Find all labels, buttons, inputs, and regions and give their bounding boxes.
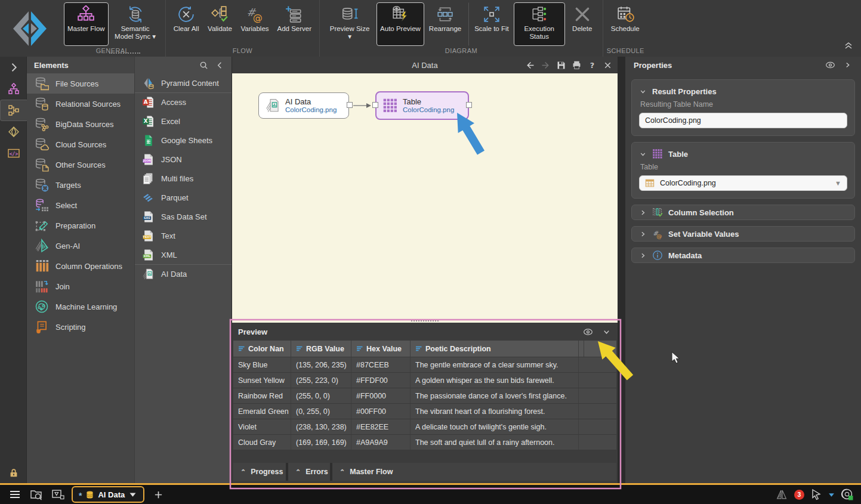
source-type-item[interactable]: Multi files <box>135 169 232 188</box>
elements-item[interactable]: Column Operations <box>27 256 134 276</box>
rail-item[interactable] <box>0 121 27 143</box>
source-type-item[interactable]: Pyramid Content <box>135 73 232 92</box>
table-column-header[interactable]: Hex Value <box>351 341 411 357</box>
ribbon-button[interactable]: Semantic Model Sync ▾ <box>110 2 161 46</box>
elements-item[interactable]: File Sources <box>27 73 134 94</box>
table-select-dropdown[interactable]: ColorCoding.png ▼ <box>639 175 847 191</box>
elements-item[interactable]: Cloud Sources <box>27 134 134 154</box>
source-type-item[interactable]: XML XML <box>135 245 232 264</box>
output-port[interactable] <box>466 102 472 108</box>
cell-color-name: Violet <box>233 419 291 434</box>
ribbon-button[interactable]: Execution Status <box>514 2 565 46</box>
properties-eye-icon[interactable] <box>825 61 835 69</box>
menu-hamburger-icon[interactable] <box>8 488 21 500</box>
source-type-item[interactable]: X Excel <box>135 112 232 131</box>
caret-down-icon[interactable] <box>828 491 835 498</box>
input-port[interactable] <box>372 102 378 108</box>
source-type-item[interactable]: JSON JSON <box>135 150 232 169</box>
cell-poetic-description: The vibrant heart of a flourishing fores… <box>411 404 579 419</box>
close-icon[interactable] <box>603 60 613 70</box>
table-row[interactable]: Emerald Green (0, 255, 0) #00FF00 The vi… <box>233 404 616 419</box>
preview-footer-tab[interactable]: ⌃ Errors <box>288 463 330 481</box>
elements-item[interactable]: Join <box>27 276 134 296</box>
resulting-table-name-input[interactable] <box>639 113 847 128</box>
table-header-row: Color Nan RGB Value Hex Value Po <box>233 341 616 357</box>
collapsed-property-section[interactable]: #@ Set Variable Values <box>631 226 855 242</box>
node-table-target[interactable]: Table ColorCoding.png <box>375 91 469 120</box>
elements-item[interactable]: Other Sources <box>27 154 134 175</box>
ribbon-button[interactable]: Scale to Fit <box>468 2 513 46</box>
output-port[interactable] <box>347 102 353 108</box>
ribbon-button[interactable]: Auto Preview <box>377 2 424 46</box>
source-type-item[interactable]: Google Sheets <box>135 131 232 150</box>
ribbon-button[interactable]: Delete <box>566 2 598 46</box>
table-row[interactable]: Sky Blue (135, 206, 235) #87CEEB The gen… <box>233 357 616 373</box>
table-row[interactable]: Violet (238, 130, 238) #EE82EE A delicat… <box>233 419 616 435</box>
table-row[interactable]: Sunset Yellow (255, 223, 0) #FFDF00 A go… <box>233 373 616 388</box>
notification-badge[interactable]: 3 <box>794 490 804 500</box>
elements-item[interactable]: Relational Sources <box>27 94 134 114</box>
elements-item[interactable]: Preparation <box>27 215 134 236</box>
cell-color-name: Sunset Yellow <box>233 373 291 388</box>
collapse-left-icon[interactable] <box>215 61 224 70</box>
properties-collapse-icon[interactable] <box>843 61 853 69</box>
ribbon-button[interactable]: #@ Variables <box>237 2 272 46</box>
collapsed-property-section[interactable]: Metadata <box>631 248 855 263</box>
active-flow-tab[interactable]: * AI Data <box>72 486 144 503</box>
rail-item[interactable] <box>0 100 27 121</box>
node-ai-data-source[interactable]: AI Data ColorCoding.png <box>258 92 349 119</box>
rail-item[interactable]: </> <box>0 143 27 164</box>
elements-item[interactable]: Select <box>27 195 134 215</box>
content-browser-icon[interactable] <box>30 488 43 500</box>
table-column-header[interactable]: Poetic Description <box>411 341 579 357</box>
rail-item[interactable] <box>0 57 27 78</box>
flow-canvas[interactable]: AI Data ColorCoding.png Table ColorCodin… <box>232 73 618 323</box>
ribbon-button[interactable]: Rearrange <box>425 2 465 46</box>
source-type-item[interactable]: Parquet <box>135 188 232 207</box>
preview-collapse-icon[interactable] <box>601 327 612 336</box>
preview-footer-tab[interactable]: ⌃ Progress <box>233 463 286 481</box>
source-type-item[interactable]: TEXT Text <box>135 226 232 245</box>
search-icon[interactable] <box>199 61 208 70</box>
preview-footer-tab[interactable]: ⌃ Master Flow <box>332 463 616 481</box>
column-selection-icon <box>652 207 663 218</box>
rail-item[interactable] <box>0 78 27 100</box>
help-icon[interactable]: ? <box>587 60 597 70</box>
elements-item[interactable]: Gen-AI <box>27 236 134 256</box>
svg-text:?: ? <box>590 61 594 70</box>
table-section-header[interactable]: Table <box>639 147 847 160</box>
table-column-header[interactable]: RGB Value <box>291 341 351 357</box>
collapse-ribbon-icon[interactable] <box>843 41 854 50</box>
flow-overview-icon[interactable] <box>51 488 64 500</box>
ribbon-button[interactable]: Clear All <box>170 2 203 46</box>
result-properties-header[interactable]: Result Properties <box>639 85 847 98</box>
svg-text:X: X <box>144 118 148 124</box>
elements-item[interactable]: Scripting <box>27 317 134 337</box>
ribbon-button[interactable]: Master Flow <box>64 2 109 46</box>
ribbon-button[interactable]: Preview Size ▾ <box>324 2 375 46</box>
elements-item[interactable]: Machine Learning <box>27 296 134 317</box>
elements-item[interactable]: Targets <box>27 175 134 195</box>
ribbon-button[interactable]: Validate <box>203 2 236 46</box>
collapsed-property-section[interactable]: Column Selection <box>631 205 855 220</box>
table-row[interactable]: Rainbow Red (255, 0, 0) #FF0000 The pass… <box>233 388 616 404</box>
forward-icon[interactable] <box>541 60 551 70</box>
cell-empty <box>579 357 616 372</box>
print-icon[interactable] <box>572 60 582 70</box>
ribbon-toolbar: Master Flow Semantic Model Sync ▾ GENERA… <box>0 0 861 57</box>
connection-status-icon[interactable] <box>841 488 854 501</box>
splitter-handle[interactable] <box>411 320 439 321</box>
table-row[interactable]: Cloud Gray (169, 169, 169) #A9A9A9 The s… <box>233 435 616 450</box>
source-type-item[interactable]: A Access <box>135 92 232 112</box>
back-icon[interactable] <box>525 60 535 70</box>
save-icon[interactable] <box>556 60 566 70</box>
ribbon-button[interactable]: Schedule <box>607 2 643 46</box>
add-tab-button[interactable] <box>154 490 163 499</box>
pointer-tool-icon[interactable] <box>810 488 822 500</box>
table-column-header[interactable]: Color Nan <box>233 341 291 357</box>
ribbon-button[interactable]: Add Server <box>274 2 316 46</box>
preview-eye-icon[interactable] <box>583 327 593 336</box>
elements-item[interactable]: BigData Sources <box>27 114 134 134</box>
source-type-item[interactable]: SAS Sas Data Set <box>135 207 232 226</box>
source-type-item[interactable]: AI Data <box>135 264 232 283</box>
